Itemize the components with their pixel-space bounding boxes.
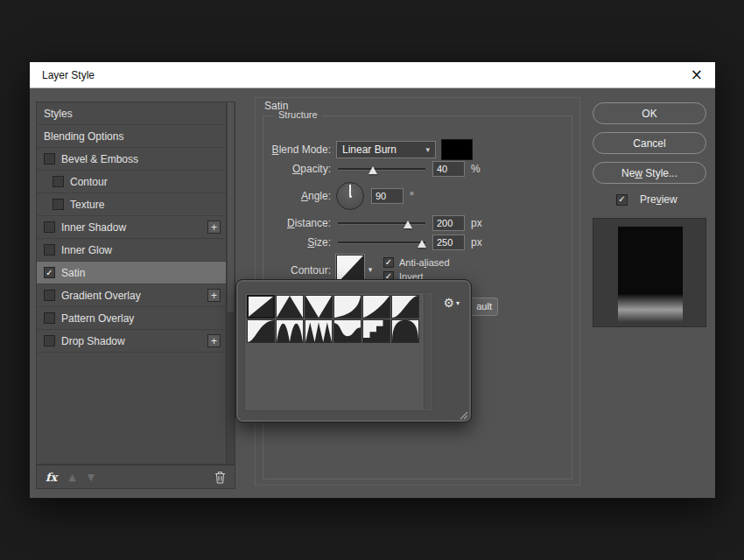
effect-checkbox[interactable] (44, 153, 55, 164)
effects-list: Styles Blending Options Bevel & Emboss C… (36, 102, 235, 465)
close-icon[interactable]: × (691, 67, 703, 82)
chevron-down-icon: ▾ (456, 299, 460, 307)
blend-mode-select[interactable]: Linear Burn ▾ (336, 141, 436, 158)
distance-slider[interactable] (338, 214, 425, 232)
size-input[interactable] (432, 234, 465, 250)
effect-checkbox[interactable]: ✓ (44, 267, 55, 278)
sidebar-item-gradient-overlay[interactable]: Gradient Overlay + (37, 284, 235, 307)
sidebar-item-label: Pattern Overlay (61, 312, 134, 325)
antialiased-option[interactable]: ✓ Anti-aliased (383, 256, 450, 269)
resize-grip[interactable] (457, 408, 468, 419)
angle-input[interactable] (371, 188, 404, 204)
ok-button[interactable]: OK (593, 102, 706, 124)
sidebar-item-label: Satin (61, 267, 85, 279)
angle-label: Angle: (263, 190, 331, 202)
distance-row: Distance: px (263, 214, 572, 232)
slider-track (338, 168, 425, 170)
contour-option-half-round[interactable] (391, 319, 419, 343)
dialog-titlebar[interactable]: Layer Style × (30, 62, 715, 88)
size-slider[interactable] (338, 234, 425, 251)
contour-option-rounded-steps[interactable] (362, 319, 390, 343)
group-title: Structure (274, 109, 322, 120)
contour-option-cove-deep[interactable] (333, 295, 361, 318)
effect-checkbox[interactable] (44, 221, 55, 233)
add-effect-instance-icon[interactable]: + (207, 289, 221, 302)
sidebar-item-texture[interactable]: Texture (37, 193, 235, 216)
contour-option-gaussian[interactable] (247, 319, 275, 343)
layer-style-dialog: Layer Style × Styles Blending Options Be… (29, 61, 716, 499)
preview-label: Preview (640, 193, 677, 206)
cancel-button[interactable]: Cancel (593, 132, 706, 154)
contour-option-cycle[interactable] (391, 295, 419, 318)
effect-checkbox[interactable] (44, 244, 55, 256)
angle-row: Angle: ° (263, 182, 572, 210)
sidebar-item-inner-glow[interactable]: Inner Glow (37, 239, 235, 262)
sidebar-item-label: Texture (70, 199, 104, 211)
slider-track (338, 222, 425, 224)
size-unit: px (471, 236, 482, 248)
sidebar-item-contour[interactable]: Contour (37, 171, 235, 193)
contour-option-cone[interactable] (276, 295, 304, 318)
effect-checkbox[interactable] (53, 176, 64, 187)
sidebar-item-blending-options[interactable]: Blending Options (37, 125, 235, 148)
contour-grid-scrollbar[interactable] (424, 294, 432, 410)
gear-icon: ⚙ (443, 296, 454, 310)
contour-option-linear[interactable] (247, 295, 275, 318)
contour-option-rolling-slope[interactable] (333, 319, 361, 343)
slider-thumb[interactable] (368, 166, 377, 174)
distance-input[interactable] (432, 215, 465, 231)
angle-needle (349, 185, 351, 196)
move-down-icon[interactable]: ▼ (88, 472, 95, 483)
sidebar-item-label: Styles (44, 108, 73, 120)
contour-option-sawtooth[interactable] (305, 319, 333, 343)
satin-color-swatch[interactable] (441, 139, 473, 160)
antialiased-checkbox[interactable]: ✓ (383, 257, 394, 268)
scrollbar-thumb[interactable] (228, 102, 234, 312)
delete-effect-icon[interactable] (214, 471, 226, 484)
effect-checkbox[interactable] (44, 335, 55, 346)
sidebar-item-inner-shadow[interactable]: Inner Shadow + (37, 216, 235, 239)
effect-checkbox[interactable] (44, 290, 55, 301)
opacity-row: Opacity: % (263, 160, 572, 178)
sidebar-item-bevel-emboss[interactable]: Bevel & Emboss (37, 148, 235, 171)
sidebar-item-drop-shadow[interactable]: Drop Shadow + (37, 330, 235, 353)
slider-thumb[interactable] (404, 220, 412, 228)
contour-option-ring-double[interactable] (276, 319, 304, 343)
size-label: Size: (263, 236, 331, 248)
effect-preview-thumbnail (593, 218, 706, 327)
effect-checkbox[interactable] (53, 199, 64, 210)
opacity-input[interactable] (432, 161, 465, 177)
blend-mode-row: Blend Mode: Linear Burn ▾ (263, 139, 572, 160)
distance-label: Distance: (263, 217, 331, 229)
contour-option-cove-shallow[interactable] (362, 295, 390, 318)
sidebar-item-label: Blending Options (44, 130, 123, 143)
sidebar-item-label: Inner Shadow (61, 221, 126, 234)
dialog-title: Layer Style (42, 69, 95, 81)
angle-unit: ° (410, 190, 414, 202)
sidebar-scrollbar[interactable] (226, 102, 235, 464)
gear-menu-button[interactable]: ⚙ ▾ (443, 296, 460, 310)
add-effect-instance-icon[interactable]: + (207, 220, 221, 234)
angle-dial[interactable] (336, 182, 364, 210)
blend-mode-label: Blend Mode: (263, 144, 331, 156)
opacity-slider[interactable] (338, 160, 425, 178)
fx-icon[interactable]: fx (46, 471, 57, 484)
preview-toggle[interactable]: ✓ Preview (616, 193, 677, 206)
slider-track (338, 242, 425, 243)
move-up-icon[interactable]: ▲ (68, 472, 75, 483)
sidebar-item-satin[interactable]: ✓ Satin (37, 262, 235, 284)
new-style-button[interactable]: New Style... (593, 162, 706, 184)
sidebar-item-styles[interactable]: Styles (37, 102, 235, 125)
add-effect-instance-icon[interactable]: + (207, 334, 221, 347)
slider-thumb[interactable] (418, 240, 426, 248)
opacity-label: Opacity: (263, 163, 331, 175)
effect-checkbox[interactable] (44, 312, 55, 324)
antialiased-label: Anti-aliased (399, 257, 450, 268)
sidebar-item-pattern-overlay[interactable]: Pattern Overlay (37, 307, 235, 330)
preview-checkbox[interactable]: ✓ (616, 194, 628, 206)
contour-option-cone-inverted[interactable] (305, 295, 333, 318)
sidebar-footer: fx ▲ ▼ (36, 465, 235, 489)
size-row: Size: px (263, 234, 572, 251)
preview-satin-gradient (618, 293, 683, 322)
contour-picker-popup: ⚙ ▾ (235, 279, 472, 423)
